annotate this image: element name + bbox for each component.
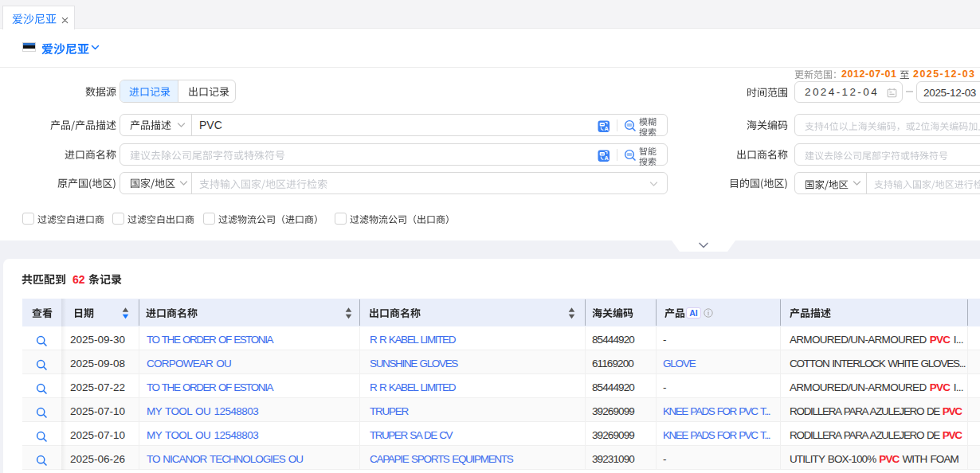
svg-text:A: A bbox=[605, 154, 610, 161]
svg-text:A: A bbox=[605, 124, 610, 131]
